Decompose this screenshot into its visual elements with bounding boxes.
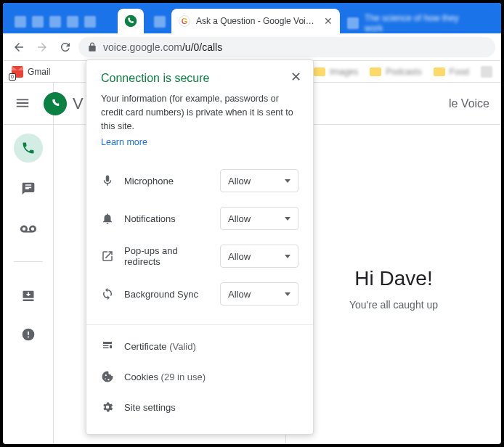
hamburger-icon — [15, 95, 31, 111]
folder-icon — [370, 67, 381, 76]
tab-google-voice[interactable] — [118, 9, 144, 33]
bookmark-folder[interactable]: Food — [434, 67, 469, 77]
google-voice-logo-icon — [44, 92, 67, 115]
google-favicon: G — [179, 15, 190, 27]
archive-icon — [21, 287, 36, 301]
gmail-badge: 0 — [9, 73, 16, 81]
site-settings-label: Site settings — [124, 402, 176, 413]
gear-icon — [101, 401, 114, 414]
sidebar-item-voicemail[interactable] — [14, 215, 43, 244]
arrow-right-icon — [36, 41, 49, 54]
permission-select-sync[interactable]: Allow — [220, 282, 298, 305]
pinned-tab-icon[interactable] — [84, 16, 96, 28]
sidebar-item-spam[interactable] — [14, 320, 43, 349]
bookmark-item[interactable] — [481, 66, 492, 78]
tab-background[interactable]: The science of how they work — [340, 13, 485, 33]
divider — [86, 324, 313, 325]
permission-row-notifications: Notifications Allow — [101, 200, 298, 237]
certificate-link[interactable]: Certificate (Valid) — [86, 331, 313, 361]
tab-pinned-group — [9, 10, 118, 33]
sidebar — [3, 83, 54, 444]
app-logo[interactable]: V — [44, 92, 84, 115]
cookie-icon — [101, 370, 114, 383]
pinned-tab-icon[interactable] — [154, 16, 166, 28]
permission-row-popups: Pop-ups and redirects Allow — [101, 237, 298, 275]
learn-more-link[interactable]: Learn more — [101, 137, 298, 147]
bookmark-folder[interactable]: Podcasts — [370, 67, 421, 77]
sync-icon — [101, 287, 114, 300]
close-button[interactable]: ✕ — [290, 69, 301, 85]
folder-icon — [314, 67, 325, 76]
cookies-label: Cookies (29 in use) — [124, 372, 206, 382]
tab-favicon — [347, 17, 359, 29]
voicemail-icon — [20, 221, 36, 237]
popup-icon — [101, 250, 114, 263]
permission-label: Pop-ups and redirects — [124, 245, 210, 267]
forward-button[interactable] — [32, 37, 52, 57]
sidebar-item-calls[interactable] — [14, 134, 43, 163]
bookmark-label: Food — [450, 67, 469, 77]
chevron-down-icon — [285, 255, 290, 258]
popup-title: Connection is secure — [101, 72, 298, 85]
greeting-text: Hi Dave! — [354, 267, 432, 290]
tab-title-blurred: The science of how they work — [365, 13, 478, 33]
pinned-tab-icon[interactable] — [49, 16, 61, 28]
chevron-down-icon — [285, 217, 290, 221]
site-settings-link[interactable]: Site settings — [86, 392, 313, 422]
close-icon[interactable]: ✕ — [324, 15, 333, 27]
alert-icon — [21, 327, 36, 342]
menu-button[interactable] — [15, 95, 32, 112]
sidebar-item-archive[interactable] — [14, 279, 43, 308]
url-text: voice.google.com/u/0/calls — [103, 41, 222, 53]
bookmark-label: Podcasts — [386, 67, 421, 77]
tab-ask-question[interactable]: G Ask a Question - Google Voice H ✕ — [171, 9, 340, 33]
bookmark-label: Images — [330, 67, 358, 77]
main-content: Hi Dave! You're all caught up — [286, 83, 501, 444]
pinned-tab-icon[interactable] — [67, 16, 78, 28]
tab-title: Ask a Question - Google Voice H — [196, 16, 318, 26]
bookmark-folder[interactable]: Images — [314, 67, 358, 77]
back-button[interactable] — [9, 37, 29, 57]
cookies-link[interactable]: Cookies (29 in use) — [86, 361, 313, 392]
lock-icon[interactable] — [87, 42, 97, 52]
google-voice-icon — [124, 15, 137, 28]
bookmark-gmail[interactable]: 0 Gmail — [12, 66, 50, 78]
permission-row-microphone: Microphone Allow — [101, 162, 298, 200]
permission-label: Microphone — [124, 176, 210, 186]
pinned-tab-icon[interactable] — [15, 16, 26, 28]
reload-icon — [59, 41, 72, 54]
arrow-left-icon — [12, 41, 25, 54]
gmail-icon: 0 — [12, 66, 23, 78]
permission-select-microphone[interactable]: Allow — [220, 169, 298, 192]
permission-label: Notifications — [124, 213, 210, 224]
chevron-down-icon — [285, 292, 290, 296]
certificate-label: Certificate (Valid) — [124, 341, 196, 352]
permission-row-sync: Background Sync Allow — [101, 275, 298, 313]
popup-description: Your information (for example, passwords… — [101, 92, 298, 133]
site-info-popup: Connection is secure Your information (f… — [86, 60, 314, 435]
bell-icon — [101, 212, 114, 225]
permission-label: Background Sync — [124, 289, 210, 300]
microphone-icon — [101, 174, 114, 187]
phone-icon — [21, 141, 36, 155]
tab-strip: G Ask a Question - Google Voice H ✕ The … — [3, 3, 501, 33]
sidebar-item-messages[interactable] — [14, 174, 43, 203]
message-icon — [21, 181, 36, 196]
browser-toolbar: voice.google.com/u/0/calls — [3, 33, 501, 61]
reload-button[interactable] — [55, 37, 76, 57]
address-bar[interactable]: voice.google.com/u/0/calls — [78, 37, 495, 57]
certificate-icon — [101, 340, 114, 353]
folder-icon — [434, 67, 445, 76]
app-title: V — [73, 94, 84, 113]
status-text: You're all caught up — [349, 299, 438, 311]
pinned-tab-icon[interactable] — [32, 16, 44, 28]
permission-list: Microphone Allow Notifications Allow Pop… — [86, 156, 313, 319]
app-title-partial: le Voice — [449, 97, 489, 110]
bookmark-label: Gmail — [28, 67, 50, 77]
permission-select-notifications[interactable]: Allow — [220, 207, 298, 230]
chevron-down-icon — [285, 179, 290, 183]
permission-select-popups[interactable]: Allow — [220, 245, 298, 268]
sidebar-divider — [14, 261, 43, 262]
